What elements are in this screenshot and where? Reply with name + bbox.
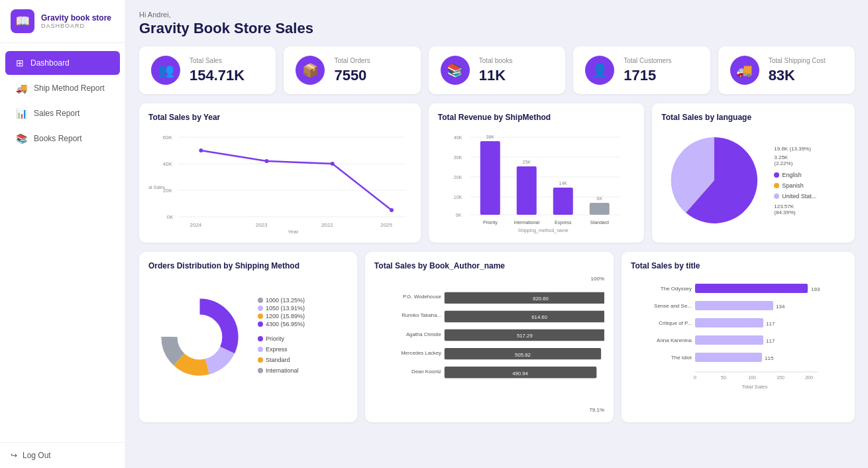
sidebar: 📖 Gravity book store DASHBOARD ⊞ Dashboa… — [0, 0, 126, 468]
legend-express-count: 1050 (13.91%) — [266, 305, 305, 312]
svg-text:620.60: 620.60 — [533, 296, 549, 302]
svg-text:Agatha Christie: Agatha Christie — [406, 331, 441, 337]
svg-text:38K: 38K — [486, 135, 494, 139]
dashboard-icon: ⊞ — [16, 58, 24, 68]
svg-point-10 — [265, 159, 269, 163]
svg-text:Priority: Priority — [483, 220, 498, 225]
kpi-customers-value: 1715 — [624, 67, 671, 84]
svg-text:505.82: 505.82 — [515, 352, 531, 358]
svg-text:490.94: 490.94 — [512, 371, 528, 377]
sidebar-item-sales[interactable]: 📊 Sales Report — [5, 101, 120, 125]
svg-text:6K: 6K — [596, 196, 602, 201]
kpi-total-sales: 👥 Total Sales 154.71K — [139, 46, 276, 94]
svg-text:Standard: Standard — [590, 220, 609, 225]
sidebar-item-label-books: Books Report — [34, 134, 82, 143]
sidebar-item-dashboard[interactable]: ⊞ Dashboard — [5, 51, 120, 75]
svg-rect-70 — [695, 335, 763, 345]
svg-text:Shipping_method_name: Shipping_method_name — [518, 228, 569, 233]
svg-point-12 — [390, 208, 394, 212]
legend-express-label: Express — [266, 346, 288, 353]
svg-text:100: 100 — [748, 375, 756, 380]
svg-text:0: 0 — [694, 375, 696, 380]
svg-text:Rumiko Takaha...: Rumiko Takaha... — [402, 312, 441, 318]
svg-rect-61 — [695, 284, 808, 293]
svg-text:0K: 0K — [167, 214, 174, 220]
svg-rect-30 — [517, 166, 537, 215]
sidebar-item-ship-method[interactable]: 🚚 Ship Method Report — [5, 76, 120, 100]
legend-international-label: International — [266, 367, 299, 374]
svg-text:Total Sales: Total Sales — [148, 184, 165, 189]
legend-priority-label: Priority — [266, 335, 284, 342]
svg-text:The Idiot: The Idiot — [671, 355, 692, 361]
sales-by-year-title: Total Sales by Year — [148, 113, 411, 122]
kpi-sales-icon: 👥 — [151, 56, 180, 85]
sales-by-language-card: Total Sales by language 19.6K (13.3 — [652, 103, 855, 243]
sales-by-language-title: Total Sales by language — [661, 113, 845, 122]
sidebar-nav: ⊞ Dashboard 🚚 Ship Method Report 📊 Sales… — [0, 43, 125, 442]
logout-button[interactable]: ↪ Log Out — [0, 442, 125, 468]
svg-text:40K: 40K — [163, 161, 173, 167]
main-content: Hi Andrei, Gravity Book Store Sales 👥 To… — [126, 0, 868, 468]
svg-text:193: 193 — [811, 286, 820, 292]
svg-rect-46 — [445, 292, 604, 304]
kpi-shipping-value: 83K — [769, 67, 826, 84]
donut-chart-wrap: 1000 (13.25%) 1050 (13.91%) 1200 (15.89%… — [148, 276, 348, 398]
svg-text:117: 117 — [766, 338, 775, 344]
kpi-books-value: 11K — [479, 67, 513, 84]
svg-rect-32 — [553, 188, 573, 215]
orders-by-shipping-card: Orders Distribution by Shipping Method — [139, 252, 357, 422]
kpi-orders-label: Total Orders — [334, 57, 370, 64]
sales-by-year-card: Total Sales by Year 60K 40K 20K 0K Total… — [139, 103, 421, 243]
svg-text:Express: Express — [555, 220, 572, 225]
svg-text:Anna Karenina: Anna Karenina — [657, 337, 692, 343]
kpi-orders-icon: 📦 — [296, 56, 325, 85]
svg-rect-34 — [590, 203, 610, 215]
legend-standard-count: 1200 (15.89%) — [266, 313, 305, 320]
title-chart: The Odyssey 193 Sense and Se... 134 Crit… — [631, 276, 845, 398]
svg-text:Mercedes Lackey: Mercedes Lackey — [401, 350, 441, 356]
svg-text:134: 134 — [776, 304, 785, 310]
sidebar-item-label-ship-method: Ship Method Report — [34, 84, 105, 93]
sidebar-item-label-dashboard: Dashboard — [30, 58, 70, 68]
revenue-by-ship-card: Total Revenue by ShipMethod 40K 30K 20K … — [429, 103, 645, 243]
sidebar-item-books[interactable]: 📚 Books Report — [5, 127, 120, 150]
svg-point-11 — [331, 162, 335, 166]
app-logo: 📖 Gravity book store DASHBOARD — [0, 0, 125, 43]
books-icon: 📚 — [16, 133, 27, 144]
ship-method-icon: 🚚 — [16, 83, 27, 93]
kpi-total-books: 📚 Total books 11K — [429, 46, 565, 94]
sales-by-author-title: Total Sales by Book_Author_name — [374, 261, 604, 270]
svg-text:517.29: 517.29 — [517, 333, 533, 339]
svg-text:0K: 0K — [456, 213, 462, 217]
svg-rect-67 — [695, 318, 763, 327]
svg-text:40K: 40K — [454, 135, 462, 140]
sales-by-language-chart: 19.6K (13.39%) 3.25K(2.22%) English Span… — [661, 127, 845, 233]
legend-united-states: United Stat... — [782, 193, 816, 200]
sales-by-title-card: Total Sales by title The Odyssey 193 Sen… — [622, 252, 855, 422]
legend-spanish: Spanish — [782, 182, 804, 189]
app-subtitle: DASHBOARD — [41, 23, 111, 29]
svg-text:60K: 60K — [163, 135, 173, 141]
author-percent-label: 100% — [374, 276, 604, 282]
svg-text:20K: 20K — [454, 175, 462, 180]
svg-text:2023: 2023 — [256, 222, 268, 228]
logo-icon: 📖 — [11, 9, 34, 33]
kpi-customers-label: Total Customers — [624, 57, 671, 64]
svg-text:50: 50 — [721, 375, 726, 380]
svg-rect-73 — [695, 353, 762, 362]
svg-rect-49 — [445, 311, 604, 322]
kpi-books-icon: 📚 — [441, 56, 470, 85]
svg-text:The Odyssey: The Odyssey — [661, 286, 692, 292]
pie-legend: 19.6K (13.39%) 3.25K(2.22%) English Span… — [774, 146, 816, 215]
svg-text:Total Sales: Total Sales — [741, 384, 767, 390]
legend-priority-count: 4300 (56.95%) — [266, 321, 305, 327]
kpi-row: 👥 Total Sales 154.71K 📦 Total Orders 755… — [139, 46, 855, 94]
kpi-shipping-label: Total Shipping Cost — [769, 57, 826, 64]
svg-text:117: 117 — [766, 321, 775, 327]
logout-label: Log Out — [23, 451, 51, 460]
app-name: Gravity book store — [41, 13, 111, 23]
svg-text:Year: Year — [288, 229, 298, 233]
author-chart: P.G. Wodehouse 620.60 Rumiko Takaha... 6… — [374, 284, 604, 407]
svg-text:Critique of P...: Critique of P... — [659, 320, 692, 326]
svg-text:614.60: 614.60 — [531, 314, 547, 320]
